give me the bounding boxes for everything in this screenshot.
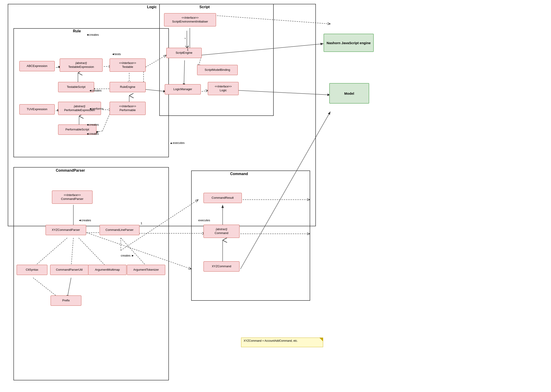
svg-line-23 bbox=[238, 90, 330, 95]
abcexpression-box: ABCExpression bbox=[19, 61, 55, 71]
creates4-label: ◄creates bbox=[86, 132, 99, 135]
creates1-label: ◄creates bbox=[86, 33, 99, 36]
logicmanager-box: LogicManager bbox=[165, 84, 201, 94]
performs-label: ◄performs bbox=[89, 107, 103, 110]
clisyntax-box: CliSyntax bbox=[17, 265, 47, 275]
svg-line-46 bbox=[184, 60, 185, 86]
script-title: Script bbox=[199, 5, 210, 9]
creates3-label: ◄creates bbox=[86, 123, 99, 126]
svg-line-39 bbox=[67, 278, 71, 298]
scriptenvinit-box: <<Interface>> ScriptEnvironmentInitialis… bbox=[164, 13, 216, 26]
xyzcommandparser-box: XYZCommandParser bbox=[46, 225, 86, 235]
argumenttokenizer-box: ArgumentTokenizer bbox=[127, 265, 165, 275]
svg-line-21 bbox=[202, 44, 324, 55]
svg-line-37 bbox=[79, 238, 107, 267]
commandparserutil-box: CommandParserUtil bbox=[50, 265, 88, 275]
nashorn-box: Nashorn JavaScript engine bbox=[324, 34, 374, 52]
tests-label: ◄tests bbox=[112, 52, 121, 56]
logic-title: Logic bbox=[147, 5, 157, 9]
creates5-label: ◄creates bbox=[79, 218, 91, 222]
one2-label: 1 bbox=[187, 48, 188, 51]
performable-box: <<Interface>> Performable bbox=[110, 102, 146, 115]
xyzcommand-box: XYZCommand bbox=[203, 261, 239, 272]
scriptmodelbinding-box: ScriptModelBinding bbox=[197, 65, 238, 75]
svg-line-36 bbox=[71, 238, 73, 267]
svg-line-26 bbox=[143, 89, 166, 91]
svg-line-45 bbox=[121, 238, 148, 267]
testable-box: <<Interface>> Testable bbox=[110, 58, 146, 72]
command-title: Command bbox=[230, 172, 248, 176]
svg-line-22 bbox=[202, 90, 208, 91]
creates2-label: ◄creates bbox=[89, 89, 102, 92]
abstractcommand-box: {abstract} Command bbox=[203, 225, 239, 238]
rule-title: Rule bbox=[73, 29, 81, 33]
argumentmultimap-box: ArgumentMultimap bbox=[88, 265, 127, 275]
commandparser-title: CommandParser bbox=[56, 168, 85, 173]
prefix-box: Prefix bbox=[50, 295, 81, 306]
commandresult-box: CommandResult bbox=[203, 193, 242, 203]
note-box: XYZCommand = AccountAddCommand, etc. bbox=[241, 338, 323, 347]
commandparser-interface-box: <<Interface>> CommandParser bbox=[52, 190, 93, 204]
executes2-label: executes bbox=[198, 218, 210, 222]
one1-label: 1 bbox=[141, 222, 142, 225]
testableexpression-box: {abstract} TestableExpression bbox=[60, 58, 103, 72]
svg-rect-3 bbox=[14, 28, 169, 157]
scriptengine-box: ScriptEngine bbox=[166, 48, 202, 58]
svg-line-25 bbox=[143, 55, 166, 68]
model-box: Model bbox=[329, 83, 369, 104]
svg-line-35 bbox=[33, 238, 67, 267]
commandlineparser-box: CommandLineParser bbox=[100, 225, 139, 235]
star-label: * bbox=[185, 37, 186, 41]
svg-line-17 bbox=[99, 131, 103, 132]
svg-line-27 bbox=[215, 15, 330, 24]
svg-line-44 bbox=[86, 233, 191, 269]
executes-label: ▲executes bbox=[170, 141, 185, 145]
diagram-container: Logic Rule CommandParser Script Command … bbox=[0, 0, 551, 392]
ruleengine-box: RuleEngine bbox=[110, 82, 146, 92]
creates6-label: creates ► bbox=[121, 254, 134, 257]
svg-line-30 bbox=[240, 112, 330, 269]
tuvexpression-box: TUVExpression bbox=[19, 104, 55, 114]
logic-interface-box: <<Interface>> Logic bbox=[208, 82, 239, 95]
svg-line-40 bbox=[33, 278, 59, 298]
